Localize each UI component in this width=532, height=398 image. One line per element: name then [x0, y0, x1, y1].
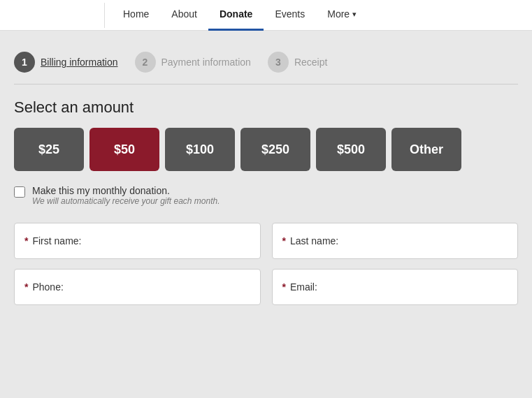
first-name-required-star: * [24, 235, 28, 246]
monthly-main-text: Make this my monthly donation. [32, 185, 220, 196]
monthly-checkbox-row: Make this my monthly donation. We will a… [14, 185, 518, 206]
first-name-input[interactable] [84, 235, 250, 246]
email-input[interactable] [320, 281, 508, 293]
form-row-2: * Phone: * Email: [14, 269, 518, 305]
last-name-field[interactable]: * Last name: [272, 223, 519, 259]
amount-btn-100[interactable]: $100 [165, 128, 235, 171]
amount-btn-500[interactable]: $500 [316, 128, 386, 171]
step-3-circle: 3 [268, 52, 289, 73]
form-row-1: * First name: * Last name: [14, 223, 518, 259]
nav-home[interactable]: Home [112, 0, 160, 31]
phone-input[interactable] [66, 281, 250, 293]
step-2-label: Payment information [161, 57, 251, 68]
amount-btn-other[interactable]: Other [391, 128, 461, 171]
email-required-star: * [282, 281, 286, 293]
step-2[interactable]: 2 Payment information [135, 52, 251, 73]
email-label: Email: [290, 281, 317, 293]
email-field[interactable]: * Email: [272, 269, 519, 305]
amount-btn-50[interactable]: $50 [89, 128, 159, 171]
monthly-sub-text: We will automatically receive your gift … [32, 196, 220, 206]
last-name-label: Last name: [290, 235, 338, 246]
first-name-field[interactable]: * First name: [14, 223, 261, 259]
step-1-circle: 1 [14, 52, 35, 73]
phone-field[interactable]: * Phone: [14, 269, 261, 305]
nav-about[interactable]: About [160, 0, 208, 31]
step-3[interactable]: 3 Receipt [268, 52, 327, 73]
last-name-input[interactable] [341, 235, 508, 246]
main-content: 1 Billing information 2 Payment informat… [0, 31, 532, 398]
monthly-text: Make this my monthly donation. We will a… [32, 185, 220, 206]
nav-events[interactable]: Events [264, 0, 316, 31]
phone-required-star: * [24, 281, 28, 293]
nav-more[interactable]: More ▾ [316, 0, 368, 31]
steps-indicator: 1 Billing information 2 Payment informat… [14, 52, 518, 84]
amount-btn-25[interactable]: $25 [14, 128, 84, 171]
step-1-label: Billing information [41, 57, 118, 68]
navbar: Home About Donate Events More ▾ [0, 0, 532, 31]
last-name-required-star: * [282, 235, 286, 246]
first-name-label: First name: [32, 235, 81, 246]
more-arrow-icon: ▾ [352, 10, 357, 19]
step-1[interactable]: 1 Billing information [14, 52, 118, 73]
amount-btn-250[interactable]: $250 [240, 128, 310, 171]
phone-label: Phone: [32, 281, 63, 293]
step-2-circle: 2 [135, 52, 156, 73]
amount-buttons: $25 $50 $100 $250 $500 Other [14, 128, 518, 171]
logo [7, 3, 105, 28]
nav-links: Home About Donate Events More ▾ [112, 0, 368, 30]
section-title: Select an amount [14, 98, 518, 117]
nav-donate[interactable]: Donate [208, 0, 264, 31]
monthly-checkbox[interactable] [14, 186, 25, 198]
step-3-label: Receipt [294, 57, 327, 68]
